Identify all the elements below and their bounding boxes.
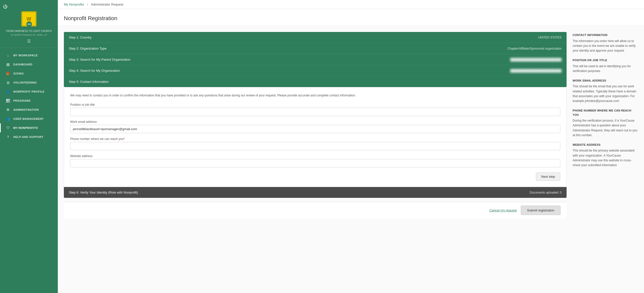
breadcrumb-link[interactable]: My Nonprofits	[64, 3, 84, 6]
giving-icon: 🎁	[6, 71, 10, 76]
sidebar-item-label-user-management: User Management	[13, 117, 44, 120]
step4-value: ████████████████████████	[510, 69, 562, 72]
content-area: Step 1: Country UNITED STATES Step 2: Or…	[58, 26, 644, 225]
sidebar-item-label-volunteering: Volunteering	[13, 81, 37, 84]
info-body-phone-number: During the verification process, if a Yo…	[573, 118, 638, 138]
step6-row[interactable]: Step 6: Verify Your Identity (Role with …	[64, 187, 567, 198]
work-email-group: Work email address	[70, 120, 560, 133]
sidebar-item-administration[interactable]: ⚙ Administration	[0, 105, 58, 114]
step2-row[interactable]: Step 2: Organization Type Chapter/Affili…	[64, 43, 567, 54]
info-body-position-title: This will be used to aid in identifying …	[573, 64, 638, 74]
position-label: Position or job title	[70, 103, 560, 106]
contact-form: We may need to contact you in order to c…	[64, 87, 567, 187]
step3-row[interactable]: Step 3: Search for My Parent Organizatio…	[64, 54, 567, 65]
volunteering-icon: ◎	[6, 81, 10, 85]
cancel-button[interactable]: Cancel my request	[489, 208, 517, 212]
step5-row[interactable]: Step 5: Contact Information	[64, 76, 567, 87]
topbar: My Nonprofits / Administrator Request	[58, 0, 644, 9]
user-management-icon: 👥	[6, 117, 10, 121]
step3-value: ████████████████████████	[510, 58, 562, 61]
sidebar-navigation: ⌂ My Workspace ▤ Dashboard 🎁 Giving ◎ Vo…	[0, 48, 58, 293]
sidebar-item-giving[interactable]: 🎁 Giving	[0, 69, 58, 78]
dashboard-icon: ▤	[6, 62, 10, 66]
info-panel: CONTACT INFORMATION The information you …	[573, 32, 638, 218]
step1-row[interactable]: Step 1: Country UNITED STATES	[64, 32, 567, 43]
step6-value: Documents uploaded: 0	[530, 191, 562, 194]
info-body-contact-info: The information you enter here will allo…	[573, 39, 638, 53]
sidebar-item-my-nonprofits[interactable]: ♡ My Nonprofits	[0, 123, 58, 132]
sidebar-top: ⏻ W GS FROM DARKNESS TO LIGHT CHURCH 37 …	[0, 0, 58, 48]
info-section-position-title: POSITION OR JOB TITLE This will be used …	[573, 58, 638, 74]
sidebar: ⏻ W GS FROM DARKNESS TO LIGHT CHURCH 37 …	[0, 0, 58, 293]
position-group: Position or job title	[70, 103, 560, 116]
sidebar-item-label-help-support: Help and Support	[13, 135, 43, 138]
sidebar-item-nonprofit-profile[interactable]: 👤 Nonprofit Profile	[0, 87, 58, 96]
sidebar-item-user-management[interactable]: 👥 User Management	[0, 114, 58, 123]
steps-accordion: Step 1: Country UNITED STATES Step 2: Or…	[64, 32, 567, 87]
sidebar-item-label-nonprofit-profile: Nonprofit Profile	[13, 90, 44, 93]
form-description: We may need to contact you in order to c…	[70, 93, 560, 98]
sidebar-item-label-workspace: My Workspace	[13, 54, 38, 57]
sidebar-item-dashboard[interactable]: ▤ Dashboard	[0, 60, 58, 69]
step5-label: Step 5: Contact Information	[69, 80, 109, 84]
step3-label: Step 3: Search for My Parent Organizatio…	[69, 58, 130, 61]
page-title: Nonprofit Registration	[64, 15, 638, 22]
info-body-website-address: This should be the primary website assoc…	[573, 148, 638, 168]
sidebar-item-label-programs: Programs	[13, 99, 31, 102]
step2-label: Step 2: Organization Type	[69, 47, 107, 50]
page-header: Nonprofit Registration	[58, 9, 644, 26]
form-section: Step 1: Country UNITED STATES Step 2: Or…	[64, 32, 567, 218]
sidebar-item-label-dashboard: Dashboard	[13, 63, 32, 66]
phone-input[interactable]	[70, 142, 560, 150]
info-section-phone-number: PHONE NUMBER WHERE WE CAN REACH YOU Duri…	[573, 108, 638, 138]
step1-value: UNITED STATES	[538, 36, 562, 39]
my-nonprofits-icon: ♡	[6, 126, 10, 130]
org-address: 37 NORTH THOMAS ST. APRIL, UT	[11, 34, 47, 36]
submit-registration-button[interactable]: Submit registration	[521, 206, 561, 215]
power-icon[interactable]: ⏻	[3, 4, 8, 9]
sidebar-item-volunteering[interactable]: ◎ Volunteering	[0, 78, 58, 87]
info-title-website-address: WEBSITE ADDRESS	[573, 143, 638, 147]
org-avatar-container: W GS	[21, 11, 36, 28]
sidebar-item-programs[interactable]: 📊 Programs	[0, 96, 58, 105]
info-title-work-email: WORK EMAIL ADDRESS	[573, 79, 638, 83]
help-support-icon: ?	[6, 135, 10, 139]
website-group: Website address	[70, 154, 560, 167]
hamburger-icon[interactable]: ☰	[27, 39, 31, 44]
info-section-website-address: WEBSITE ADDRESS This should be the prima…	[573, 143, 638, 168]
website-input[interactable]	[70, 159, 560, 167]
work-email-input[interactable]	[70, 125, 560, 133]
sidebar-item-label-my-nonprofits: My Nonprofits	[13, 126, 38, 129]
sidebar-item-label-giving: Giving	[13, 72, 24, 75]
phone-group: Phone number where we can reach you*	[70, 137, 560, 150]
phone-label: Phone number where we can reach you*	[70, 137, 560, 141]
initials-badge: GS	[26, 21, 32, 27]
info-section-contact-info: CONTACT INFORMATION The information you …	[573, 33, 638, 53]
bottom-bar: Cancel my request Submit registration	[64, 202, 567, 218]
nonprofit-profile-icon: 👤	[6, 90, 10, 94]
step4-row[interactable]: Step 4: Search for My Organization █████…	[64, 65, 567, 76]
next-step-button[interactable]: Next step	[536, 172, 560, 181]
org-name: FROM DARKNESS TO LIGHT CHURCH	[6, 29, 52, 33]
step4-label: Step 4: Search for My Organization	[69, 69, 120, 72]
sidebar-item-help-support[interactable]: ? Help and Support	[0, 132, 58, 141]
breadcrumb-separator: /	[87, 3, 88, 6]
step6-label: Step 6: Verify Your Identity (Role with …	[69, 191, 138, 194]
info-body-work-email: This should be the email that you use fo…	[573, 84, 638, 103]
info-title-position-title: POSITION OR JOB TITLE	[573, 58, 638, 62]
step1-label: Step 1: Country	[69, 35, 91, 39]
position-input[interactable]	[70, 108, 560, 116]
sidebar-item-label-administration: Administration	[13, 108, 39, 111]
workspace-icon: ⌂	[6, 53, 10, 57]
sidebar-item-workspace[interactable]: ⌂ My Workspace	[0, 51, 58, 60]
breadcrumb-current: Administrator Request	[91, 3, 123, 6]
info-section-work-email: WORK EMAIL ADDRESS This should be the em…	[573, 79, 638, 103]
work-email-label: Work email address	[70, 120, 560, 124]
administration-icon: ⚙	[6, 108, 10, 112]
step2-value: Chapter/Affiliate/Sponsored organization	[508, 47, 562, 50]
form-actions: Next step	[70, 172, 560, 181]
programs-icon: 📊	[6, 99, 10, 103]
website-label: Website address	[70, 154, 560, 158]
info-title-contact-info: CONTACT INFORMATION	[573, 33, 638, 37]
main-content: My Nonprofits / Administrator Request No…	[58, 0, 644, 293]
